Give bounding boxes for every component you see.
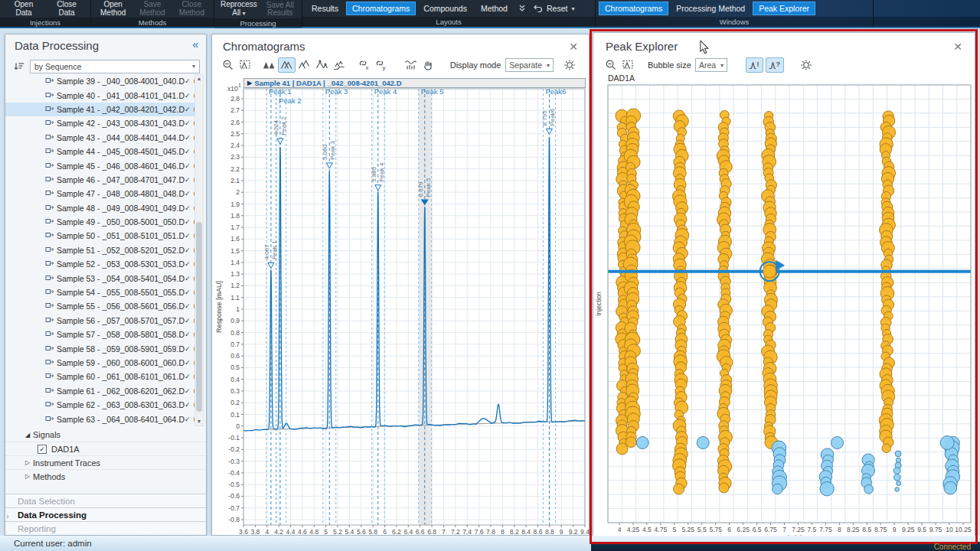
scrollbar-thumb[interactable]	[196, 222, 202, 411]
sample-row[interactable]: Sample 40 - _041_008-4101_041.D✓▶	[5, 88, 198, 102]
signals-section-header[interactable]: ◢ Signals	[5, 428, 206, 442]
sample-row[interactable]: Sample 53 - _054_008-5401_054.D✓▶	[5, 271, 198, 285]
reprocess-all-button[interactable]: Reprocess All ▾	[217, 0, 261, 18]
svg-text:7.25: 7.25	[792, 526, 805, 533]
expander-expanded-icon[interactable]: ◢	[22, 432, 33, 439]
svg-text:1.7: 1.7	[230, 223, 240, 231]
injection-icon	[45, 91, 54, 100]
sort-mode-value: by Sequence	[34, 62, 81, 71]
window-tab-chromatograms[interactable]: Chromatograms	[599, 2, 668, 15]
sample-row[interactable]: Sample 56 - _057_008-5701_057.D✓▶	[5, 314, 198, 328]
sample-row[interactable]: Sample 45 - _046_008-4601_046.D✓▶	[5, 158, 198, 172]
injection-icon	[45, 217, 54, 227]
svg-text:6: 6	[383, 528, 387, 536]
collapse-panel-icon[interactable]: «	[192, 38, 198, 51]
peak-marker-icon[interactable]	[277, 139, 283, 144]
sample-row[interactable]: Sample 54 - _055_008-5501_055.D✓▶	[5, 285, 198, 299]
sample-row[interactable]: Sample 61 - _062_008-6201_062.D✓▶	[5, 384, 198, 398]
scroll-down-icon[interactable]: ▼	[195, 418, 203, 425]
sample-label: Sample 53 - _054_008-5401_054.D	[57, 274, 185, 283]
selection-handle-icon[interactable]	[776, 260, 785, 271]
selected-bubble[interactable]	[763, 265, 776, 278]
sort-icon[interactable]	[11, 60, 27, 73]
ribbon-filler	[874, 0, 980, 27]
processed-check-icon: ✓	[185, 359, 191, 367]
stage-reporting[interactable]: Reporting	[5, 521, 206, 535]
caret-down-icon[interactable]: ▾	[569, 5, 577, 12]
sample-row[interactable]: Sample 51 - _052_008-5201_052.D✓▶	[5, 243, 198, 257]
svg-text:1: 1	[238, 83, 241, 88]
close-data-button[interactable]: Close Data	[45, 0, 88, 18]
peak-marker-icon[interactable]	[375, 185, 381, 191]
stage-data-processing[interactable]: ›Data Processing	[5, 507, 206, 521]
layout-tab-method[interactable]: Method	[475, 2, 514, 15]
sample-row[interactable]: Sample 58 - _059_008-5901_059.D✓▶	[5, 341, 198, 355]
layout-tab-chromatograms[interactable]: Chromatograms	[346, 2, 416, 15]
sample-row[interactable]: Sample 50 - _051_008-5101_051.D✓▶	[5, 229, 198, 243]
sample-label: Sample 42 - _043_008-4301_043.D	[57, 119, 185, 128]
processed-check-icon: ✓	[185, 77, 191, 85]
signals-tree: ◢ Signals ✓ DAD1A ▷ Instrument Traces ▷ …	[5, 428, 206, 483]
sample-row[interactable]: Sample 55 - _056_008-5601_056.D✓▶	[5, 299, 198, 313]
sample-row[interactable]: Sample 49 - _050_008-5001_050.D✓▶	[5, 215, 198, 229]
peak-marker-icon[interactable]	[268, 262, 274, 268]
checkbox-checked-icon[interactable]: ✓	[38, 445, 47, 454]
instrument-traces-section[interactable]: ▷ Instrument Traces	[5, 455, 206, 469]
sample-row[interactable]: Sample 60 - _061_008-6101_061.D✓▶	[5, 370, 198, 383]
chromatogram-plot[interactable]: Peak 1Peak 2Peak 3Peak 4Peak 5Peak64.067…	[212, 34, 590, 536]
ribbon: Open DataClose DataInjectionsOpen Method…	[0, 0, 980, 28]
sample-row[interactable]: Sample 48 - _049_008-4901_049.D✓▶	[5, 201, 198, 215]
stage-data-selection[interactable]: Data Selection	[5, 494, 206, 507]
collapse-chevrons-icon[interactable]	[514, 3, 530, 14]
sample-list-scrollbar[interactable]: ▲ ▼	[194, 74, 204, 426]
window-tab-processing-method[interactable]: Processing Method	[670, 2, 751, 15]
sample-row[interactable]: Sample 39 - _040_008-4001_040.D✓▶	[5, 74, 198, 88]
svg-text:7.6: 7.6	[475, 528, 484, 536]
methods-section[interactable]: ▷ Methods	[5, 469, 206, 483]
sort-mode-select[interactable]: by Sequence ▾	[30, 60, 200, 73]
reset-button[interactable]: Reset	[545, 4, 569, 13]
sample-row[interactable]: Sample 59 - _060_008-6001_060.D✓▶	[5, 356, 198, 370]
injection-icon	[45, 204, 54, 213]
injection-icon	[45, 344, 54, 354]
sample-row[interactable]: Sample 42 - _043_008-4301_043.D✓▶	[5, 116, 198, 130]
scroll-up-icon[interactable]: ▲	[195, 75, 203, 83]
save-all-results-button[interactable]: Save All Results	[261, 1, 299, 18]
injection-icon	[45, 231, 54, 240]
svg-text:2.4: 2.4	[230, 142, 240, 149]
svg-text:8.5: 8.5	[862, 526, 871, 533]
signal-checkbox-row[interactable]: ✓ DAD1A	[5, 442, 206, 455]
open-data-button[interactable]: Open Data	[2, 0, 45, 18]
svg-text:7.4: 7.4	[462, 528, 472, 536]
sample-row[interactable]: Sample 62 - _063_008-6301_063.D✓▶	[5, 398, 198, 412]
sample-row[interactable]: Sample 63 - _064_008-6401_064.D✓▶	[5, 412, 198, 425]
layout-tab-compounds[interactable]: Compounds	[417, 2, 473, 15]
peak-explorer-plot[interactable]: 44.254.54.7555.255.55.7566.256.56.7577.2…	[593, 33, 976, 543]
svg-text:8: 8	[838, 526, 841, 533]
svg-text:-0.5: -0.5	[228, 481, 240, 488]
injection-icon	[45, 386, 54, 396]
undo-icon[interactable]	[530, 3, 545, 14]
save-method-button[interactable]: Save Method	[132, 0, 172, 18]
layout-tab-results[interactable]: Results	[305, 2, 345, 15]
injection-icon	[45, 372, 54, 381]
sample-row[interactable]: Sample 41 - _042_008-4201_042.D✓▶	[5, 103, 198, 116]
status-bar-dark-strip	[591, 542, 980, 551]
sample-row[interactable]: Sample 43 - _044_008-4401_044.D✓▶	[5, 131, 198, 145]
processed-check-icon: ✓	[185, 373, 191, 380]
sample-row[interactable]: Sample 44 - _045_008-4501_045.D✓▶	[5, 145, 198, 158]
open-method-button[interactable]: Open Method	[93, 0, 132, 18]
svg-text:3.8: 3.8	[250, 528, 260, 536]
sample-label: Sample 49 - _050_008-5001_050.D	[57, 217, 185, 227]
sample-row[interactable]: Sample 46 - _047_008-4701_047.D✓▶	[5, 173, 198, 187]
peak-marker-icon[interactable]	[326, 163, 332, 168]
peak-rt-annotation: 6.679	[417, 181, 424, 197]
svg-text:9: 9	[560, 528, 564, 536]
window-tab-peak-explorer[interactable]: Peak Explorer	[753, 2, 815, 15]
processed-check-icon: ✓	[185, 317, 191, 324]
sample-row[interactable]: Sample 47 - _048_008-4801_048.D✓▶	[5, 187, 198, 201]
sample-row[interactable]: Sample 57 - _058_008-5801_058.D✓▶	[5, 328, 198, 341]
sample-row[interactable]: Sample 52 - _053_008-5301_053.D✓▶	[5, 257, 198, 271]
injection-icon	[45, 133, 54, 142]
close-method-button[interactable]: Close Method	[172, 0, 211, 18]
